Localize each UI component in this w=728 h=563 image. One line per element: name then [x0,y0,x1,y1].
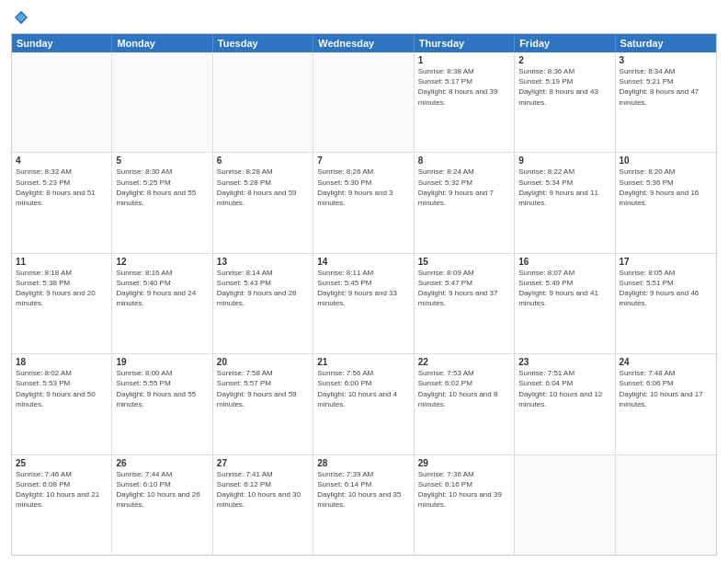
day-info: Sunrise: 8:22 AM Sunset: 5:34 PM Dayligh… [518,167,610,208]
day-info: Sunrise: 7:41 AM Sunset: 6:12 PM Dayligh… [217,469,309,511]
day-info: Sunrise: 8:24 AM Sunset: 5:32 PM Dayligh… [418,167,510,208]
day-info: Sunrise: 8:09 AM Sunset: 5:47 PM Dayligh… [418,268,510,309]
day-info: Sunrise: 7:58 AM Sunset: 5:57 PM Dayligh… [217,368,309,409]
day-info: Sunrise: 7:56 AM Sunset: 6:00 PM Dayligh… [317,368,409,409]
calendar: SundayMondayTuesdayWednesdayThursdayFrid… [11,33,717,556]
day-info: Sunrise: 8:05 AM Sunset: 5:51 PM Dayligh… [620,268,712,309]
day-number: 16 [518,257,610,267]
calendar-day-cell: 21Sunrise: 7:56 AM Sunset: 6:00 PM Dayli… [313,354,414,454]
calendar-day-cell: 16Sunrise: 8:07 AM Sunset: 5:49 PM Dayli… [515,254,615,353]
calendar-day-cell [515,455,615,555]
day-number: 2 [518,55,610,65]
calendar-day-cell: 13Sunrise: 8:14 AM Sunset: 5:43 PM Dayli… [213,254,313,353]
calendar-day-cell [112,52,212,152]
calendar-day-cell: 20Sunrise: 7:58 AM Sunset: 5:57 PM Dayli… [213,354,313,454]
day-number: 11 [16,257,108,267]
day-number: 27 [217,458,309,468]
page: SundayMondayTuesdayWednesdayThursdayFrid… [0,0,728,563]
day-info: Sunrise: 7:46 AM Sunset: 6:08 PM Dayligh… [16,469,108,511]
day-number: 21 [317,357,409,367]
calendar-day-cell [12,52,112,152]
day-number: 4 [16,155,108,166]
day-info: Sunrise: 8:02 AM Sunset: 5:53 PM Dayligh… [16,368,108,409]
calendar-week-row: 4Sunrise: 8:32 AM Sunset: 5:23 PM Daylig… [12,153,716,253]
calendar-day-cell: 5Sunrise: 8:30 AM Sunset: 5:25 PM Daylig… [112,153,212,252]
day-info: Sunrise: 7:44 AM Sunset: 6:10 PM Dayligh… [116,469,208,511]
day-number: 15 [418,257,510,267]
day-number: 14 [317,257,409,267]
calendar-week-row: 1Sunrise: 8:38 AM Sunset: 5:17 PM Daylig… [12,52,716,153]
day-number: 24 [620,357,712,367]
calendar-day-cell: 3Sunrise: 8:34 AM Sunset: 5:21 PM Daylig… [616,52,716,152]
calendar-day-cell: 4Sunrise: 8:32 AM Sunset: 5:23 PM Daylig… [12,153,112,252]
calendar-day-cell [616,455,716,555]
calendar-day-cell: 19Sunrise: 8:00 AM Sunset: 5:55 PM Dayli… [112,354,212,454]
calendar-day-cell: 26Sunrise: 7:44 AM Sunset: 6:10 PM Dayli… [112,455,212,555]
calendar-day-cell: 24Sunrise: 7:48 AM Sunset: 6:06 PM Dayli… [616,354,716,454]
day-info: Sunrise: 8:28 AM Sunset: 5:28 PM Dayligh… [217,167,309,208]
calendar-day-cell: 2Sunrise: 8:36 AM Sunset: 5:19 PM Daylig… [515,52,615,152]
cal-header-day: Monday [112,34,212,52]
day-number: 1 [418,55,510,65]
day-number: 10 [620,155,712,166]
day-info: Sunrise: 8:00 AM Sunset: 5:55 PM Dayligh… [116,368,208,409]
calendar-week-row: 11Sunrise: 8:18 AM Sunset: 5:38 PM Dayli… [12,254,716,354]
cal-header-day: Tuesday [213,34,313,52]
day-info: Sunrise: 8:32 AM Sunset: 5:23 PM Dayligh… [16,167,108,208]
day-info: Sunrise: 8:30 AM Sunset: 5:25 PM Dayligh… [116,167,208,208]
calendar-day-cell: 18Sunrise: 8:02 AM Sunset: 5:53 PM Dayli… [12,354,112,454]
day-number: 12 [116,257,208,267]
day-info: Sunrise: 7:53 AM Sunset: 6:02 PM Dayligh… [418,368,510,409]
calendar-day-cell: 9Sunrise: 8:22 AM Sunset: 5:34 PM Daylig… [515,153,615,252]
logo [11,9,31,26]
cal-header-day: Thursday [415,34,515,52]
day-number: 26 [116,458,208,468]
day-number: 25 [16,458,108,468]
calendar-day-cell: 23Sunrise: 7:51 AM Sunset: 6:04 PM Dayli… [515,354,615,454]
calendar-day-cell [313,52,414,152]
calendar-day-cell: 1Sunrise: 8:38 AM Sunset: 5:17 PM Daylig… [415,52,515,152]
calendar-day-cell: 27Sunrise: 7:41 AM Sunset: 6:12 PM Dayli… [213,455,313,555]
day-info: Sunrise: 8:14 AM Sunset: 5:43 PM Dayligh… [217,268,309,309]
calendar-header: SundayMondayTuesdayWednesdayThursdayFrid… [12,34,716,52]
calendar-day-cell: 11Sunrise: 8:18 AM Sunset: 5:38 PM Dayli… [12,254,112,353]
day-number: 5 [116,155,208,166]
calendar-day-cell: 29Sunrise: 7:36 AM Sunset: 6:16 PM Dayli… [415,455,515,555]
day-number: 28 [317,458,409,468]
day-info: Sunrise: 8:07 AM Sunset: 5:49 PM Dayligh… [518,268,610,309]
day-number: 9 [518,155,610,166]
day-number: 23 [518,357,610,367]
day-info: Sunrise: 8:34 AM Sunset: 5:21 PM Dayligh… [620,66,712,108]
day-number: 19 [116,357,208,367]
calendar-day-cell: 7Sunrise: 8:26 AM Sunset: 5:30 PM Daylig… [313,153,414,252]
cal-header-day: Sunday [12,34,112,52]
day-info: Sunrise: 7:39 AM Sunset: 6:14 PM Dayligh… [317,469,409,511]
day-number: 13 [217,257,309,267]
calendar-day-cell: 6Sunrise: 8:28 AM Sunset: 5:28 PM Daylig… [213,153,313,252]
day-info: Sunrise: 8:16 AM Sunset: 5:40 PM Dayligh… [116,268,208,309]
day-info: Sunrise: 8:20 AM Sunset: 5:36 PM Dayligh… [620,167,712,208]
day-info: Sunrise: 8:36 AM Sunset: 5:19 PM Dayligh… [518,66,610,108]
day-number: 6 [217,155,309,166]
cal-header-day: Wednesday [313,34,414,52]
day-number: 20 [217,357,309,367]
day-number: 17 [620,257,712,267]
header [11,9,717,26]
day-info: Sunrise: 7:51 AM Sunset: 6:04 PM Dayligh… [518,368,610,409]
day-info: Sunrise: 8:18 AM Sunset: 5:38 PM Dayligh… [16,268,108,309]
cal-header-day: Friday [515,34,615,52]
calendar-day-cell: 8Sunrise: 8:24 AM Sunset: 5:32 PM Daylig… [415,153,515,252]
calendar-day-cell: 10Sunrise: 8:20 AM Sunset: 5:36 PM Dayli… [616,153,716,252]
calendar-week-row: 18Sunrise: 8:02 AM Sunset: 5:53 PM Dayli… [12,354,716,454]
day-info: Sunrise: 8:38 AM Sunset: 5:17 PM Dayligh… [418,66,510,108]
day-number: 3 [620,55,712,65]
calendar-body: 1Sunrise: 8:38 AM Sunset: 5:17 PM Daylig… [12,52,716,555]
day-number: 18 [16,357,108,367]
day-number: 8 [418,155,510,166]
day-number: 22 [418,357,510,367]
calendar-day-cell: 28Sunrise: 7:39 AM Sunset: 6:14 PM Dayli… [313,455,414,555]
calendar-day-cell: 22Sunrise: 7:53 AM Sunset: 6:02 PM Dayli… [415,354,515,454]
calendar-day-cell: 17Sunrise: 8:05 AM Sunset: 5:51 PM Dayli… [616,254,716,353]
day-info: Sunrise: 8:11 AM Sunset: 5:45 PM Dayligh… [317,268,409,309]
day-info: Sunrise: 7:36 AM Sunset: 6:16 PM Dayligh… [418,469,510,511]
